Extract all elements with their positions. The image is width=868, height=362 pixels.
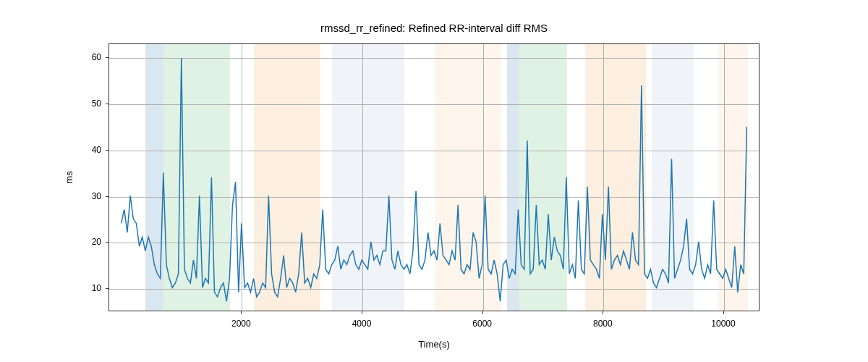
x-tick-label: 2000 xyxy=(231,319,251,329)
x-tick-label: 8000 xyxy=(593,319,613,329)
chart-title: rmssd_rr_refined: Refined RR-interval di… xyxy=(0,22,868,34)
y-tick-label: 20 xyxy=(92,237,101,247)
data-line xyxy=(109,44,759,311)
y-tick-label: 30 xyxy=(92,191,101,201)
y-tick-label: 10 xyxy=(92,283,101,293)
y-tick-label: 60 xyxy=(92,52,101,62)
x-tick-label: 10000 xyxy=(711,319,735,329)
plot-area xyxy=(109,43,760,311)
y-tick-label: 40 xyxy=(92,145,101,155)
y-tick-label: 50 xyxy=(92,98,101,109)
x-axis-label: Time(s) xyxy=(0,339,868,350)
y-axis-label: ms xyxy=(64,171,75,183)
x-tick-label: 4000 xyxy=(352,319,372,329)
x-tick-label: 6000 xyxy=(472,319,492,329)
